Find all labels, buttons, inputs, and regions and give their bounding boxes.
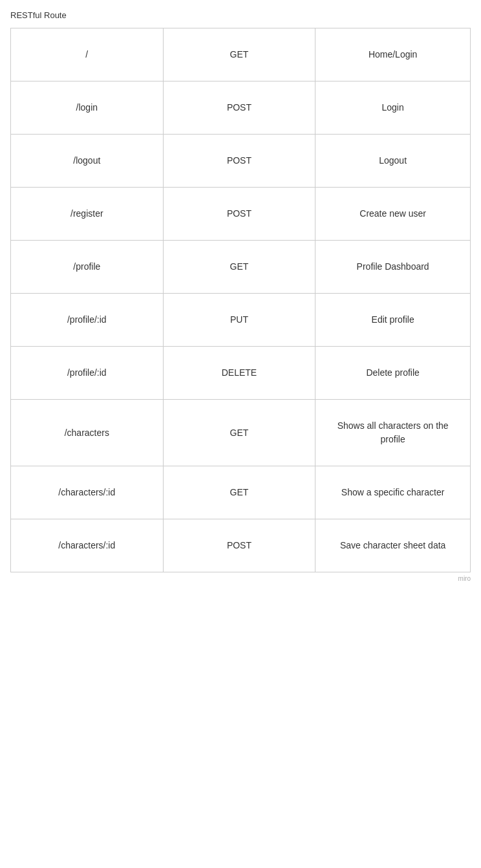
description-cell: Edit profile [315, 294, 471, 347]
route-cell: /characters [11, 400, 164, 466]
table-row: /charactersGETShows all characters on th… [11, 400, 471, 466]
route-table: /GETHome/Login/loginPOSTLogin/logoutPOST… [10, 28, 471, 572]
method-cell: PUT [163, 294, 315, 347]
description-cell: Logout [315, 135, 471, 188]
route-cell: /login [11, 81, 164, 135]
method-cell: GET [163, 28, 315, 81]
table-row: /logoutPOSTLogout [11, 135, 471, 188]
table-row: /GETHome/Login [11, 28, 471, 81]
table-row: /profile/:idPUTEdit profile [11, 294, 471, 347]
route-cell: /profile/:id [11, 347, 164, 400]
method-cell: POST [163, 135, 315, 188]
method-cell: GET [163, 241, 315, 294]
table-row: /loginPOSTLogin [11, 81, 471, 135]
method-cell: GET [163, 466, 315, 519]
description-cell: Login [315, 81, 471, 135]
table-row: /profile/:idDELETEDelete profile [11, 347, 471, 400]
table-row: /registerPOSTCreate new user [11, 188, 471, 241]
route-cell: /profile/:id [11, 294, 164, 347]
table-row: /characters/:idPOSTSave character sheet … [11, 519, 471, 572]
description-cell: Create new user [315, 188, 471, 241]
method-cell: POST [163, 519, 315, 572]
route-cell: /logout [11, 135, 164, 188]
description-cell: Profile Dashboard [315, 241, 471, 294]
method-cell: DELETE [163, 347, 315, 400]
method-cell: GET [163, 400, 315, 466]
route-cell: /profile [11, 241, 164, 294]
table-row: /characters/:idGETShow a specific charac… [11, 466, 471, 519]
route-cell: /characters/:id [11, 466, 164, 519]
description-cell: Show a specific character [315, 466, 471, 519]
table-row: /profileGETProfile Dashboard [11, 241, 471, 294]
method-cell: POST [163, 81, 315, 135]
description-cell: Save character sheet data [315, 519, 471, 572]
method-cell: POST [163, 188, 315, 241]
watermark: miro [10, 575, 471, 582]
route-cell: /characters/:id [11, 519, 164, 572]
route-cell: / [11, 28, 164, 81]
page-title: RESTful Route [10, 10, 471, 20]
description-cell: Shows all characters on the profile [315, 400, 471, 466]
description-cell: Home/Login [315, 28, 471, 81]
description-cell: Delete profile [315, 347, 471, 400]
route-cell: /register [11, 188, 164, 241]
